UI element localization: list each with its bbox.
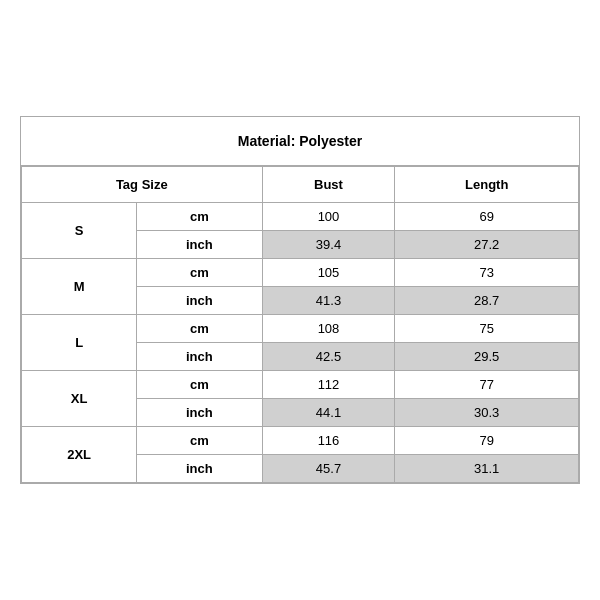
unit-inch-cell: inch [137,343,262,371]
bust-inch-value: 44.1 [262,399,395,427]
tag-size-header: Tag Size [22,167,263,203]
length-inch-value: 30.3 [395,399,579,427]
unit-cm-cell: cm [137,315,262,343]
table-row: Lcm10875 [22,315,579,343]
bust-inch-value: 39.4 [262,231,395,259]
length-cm-value: 79 [395,427,579,455]
length-cm-value: 73 [395,259,579,287]
size-cell: L [22,315,137,371]
size-cell: M [22,259,137,315]
unit-inch-cell: inch [137,455,262,483]
unit-cm-cell: cm [137,371,262,399]
table-row: 2XLcm11679 [22,427,579,455]
bust-cm-value: 105 [262,259,395,287]
bust-cm-value: 100 [262,203,395,231]
bust-header: Bust [262,167,395,203]
length-cm-value: 69 [395,203,579,231]
chart-title: Material: Polyester [21,117,579,166]
size-cell: 2XL [22,427,137,483]
table-row: Scm10069 [22,203,579,231]
length-inch-value: 27.2 [395,231,579,259]
bust-cm-value: 108 [262,315,395,343]
length-cm-value: 77 [395,371,579,399]
unit-inch-cell: inch [137,231,262,259]
unit-cm-cell: cm [137,259,262,287]
bust-inch-value: 42.5 [262,343,395,371]
bust-cm-value: 112 [262,371,395,399]
unit-inch-cell: inch [137,399,262,427]
size-cell: S [22,203,137,259]
unit-cm-cell: cm [137,203,262,231]
length-inch-value: 28.7 [395,287,579,315]
size-chart-container: Material: Polyester Tag Size Bust Length… [20,116,580,484]
bust-inch-value: 41.3 [262,287,395,315]
table-row: Mcm10573 [22,259,579,287]
bust-cm-value: 116 [262,427,395,455]
length-inch-value: 29.5 [395,343,579,371]
unit-inch-cell: inch [137,287,262,315]
size-table: Tag Size Bust Length Scm10069inch39.427.… [21,166,579,483]
bust-inch-value: 45.7 [262,455,395,483]
length-inch-value: 31.1 [395,455,579,483]
length-cm-value: 75 [395,315,579,343]
table-row: XLcm11277 [22,371,579,399]
length-header: Length [395,167,579,203]
unit-cm-cell: cm [137,427,262,455]
size-cell: XL [22,371,137,427]
